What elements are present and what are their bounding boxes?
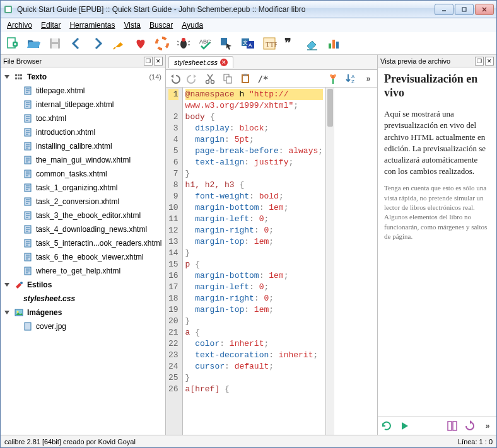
bug-icon[interactable] (176, 36, 191, 51)
file-item[interactable]: titlepage.xhtml (3, 84, 163, 98)
file-item[interactable]: installing_calibre.xhtml (3, 139, 163, 153)
file-browser-panel: File Browser ❐ ✕ Texto (14) titlepage.xh… (1, 55, 166, 435)
svg-rect-31 (329, 43, 331, 49)
svg-rect-34 (15, 74, 17, 76)
svg-point-100 (206, 80, 209, 83)
svg-rect-22 (221, 38, 227, 45)
menu-archivo[interactable]: Archivo (3, 20, 36, 31)
svg-text:TTF: TTF (266, 40, 277, 48)
svg-text:Z: Z (351, 79, 354, 84)
font-icon[interactable]: TTF (262, 36, 277, 51)
panel-close-button[interactable]: ✕ (154, 57, 163, 66)
spellcheck-icon[interactable]: ABC (197, 36, 213, 51)
svg-rect-38 (18, 78, 20, 79)
svg-rect-108 (243, 74, 247, 76)
file-item[interactable]: toc.xhtml (3, 112, 163, 125)
menu-buscar[interactable]: Buscar (146, 20, 177, 31)
redo-icon[interactable] (186, 72, 199, 85)
reload-icon[interactable] (464, 420, 476, 432)
preview-body: Aquí se mostrará una previsualización en… (384, 108, 490, 177)
file-item[interactable]: task_3_the_ebook_editor.xhtml (3, 209, 163, 222)
menu-herramientas[interactable]: Herramientas (66, 20, 119, 31)
refresh-icon[interactable] (380, 420, 393, 432)
file-item[interactable]: introduction.xhtml (3, 125, 163, 139)
preview-close-button[interactable]: ✕ (485, 57, 494, 66)
close-tab-icon[interactable]: ✕ (220, 59, 228, 66)
svg-rect-107 (243, 76, 248, 82)
panel-float-button[interactable]: ❐ (144, 57, 153, 66)
category-estilos[interactable]: Estilos (3, 278, 163, 292)
sort-icon[interactable]: AZ (344, 72, 357, 85)
file-item[interactable]: task_1_organizing.xhtml (3, 181, 163, 195)
file-cover[interactable]: cover.jpg (3, 319, 163, 333)
menubar: Archivo Editar Herramientas Vista Buscar… (1, 18, 496, 32)
editor-scrollbar[interactable] (325, 88, 334, 435)
status-right: Línea: 1 : 0 (458, 438, 493, 445)
undo-icon[interactable] (168, 72, 181, 85)
preview-title: Vista previa de archivo (380, 57, 450, 65)
copy-icon[interactable] (221, 72, 234, 85)
menu-editar[interactable]: Editar (37, 20, 64, 31)
split-icon[interactable] (446, 420, 459, 432)
cursor-select-icon[interactable] (219, 36, 234, 51)
file-stylesheet[interactable]: stylesheet.css (3, 292, 163, 306)
eraser-icon[interactable] (305, 36, 320, 51)
cut-icon[interactable] (204, 72, 216, 85)
heart-icon[interactable] (133, 36, 148, 51)
svg-rect-99 (25, 323, 31, 330)
flower-icon[interactable] (327, 72, 339, 85)
file-item[interactable]: internal_titlepage.xhtml (3, 98, 163, 112)
play-icon[interactable] (398, 420, 411, 432)
translate-icon[interactable]: 文A (240, 36, 255, 51)
svg-line-103 (208, 74, 212, 81)
menu-vista[interactable]: Vista (120, 20, 144, 31)
save-icon[interactable] (47, 36, 62, 51)
file-item[interactable]: task_6_the_ebook_viewer.xhtml (3, 250, 163, 264)
close-button[interactable] (475, 4, 494, 15)
minimize-button[interactable] (435, 4, 453, 15)
file-item[interactable]: common_tasks.xhtml (3, 167, 163, 181)
svg-rect-36 (20, 74, 22, 76)
maximize-button[interactable] (455, 4, 474, 15)
back-icon[interactable] (69, 36, 84, 51)
svg-point-111 (334, 74, 336, 77)
file-item[interactable]: where_to_get_help.xhtml (3, 264, 163, 278)
category-imagenes[interactable]: Imágenes (3, 306, 163, 319)
editor-tab[interactable]: stylesheet.css ✕ (168, 56, 233, 68)
svg-line-102 (208, 74, 213, 81)
comment-icon[interactable]: /* (257, 72, 269, 85)
svg-point-14 (156, 38, 168, 49)
file-tree[interactable]: Texto (14) titlepage.xhtmlinternal_title… (1, 67, 165, 435)
file-item[interactable]: task_4_downloading_news.xhtml (3, 222, 163, 236)
file-item[interactable]: task_5_interactin...ook_readers.xhtml (3, 236, 163, 250)
menu-ayuda[interactable]: Ayuda (178, 20, 207, 31)
svg-rect-115 (448, 422, 452, 430)
chart-icon[interactable] (326, 36, 341, 51)
preview-more-icon[interactable]: » (481, 420, 494, 432)
quotes-icon[interactable]: ❞ (283, 36, 298, 51)
file-item[interactable]: task_2_conversion.xhtml (3, 195, 163, 209)
pin-icon[interactable] (112, 36, 127, 51)
lifebuoy-icon[interactable] (155, 36, 170, 51)
forward-icon[interactable] (90, 36, 105, 51)
new-file-icon[interactable] (4, 36, 20, 51)
svg-rect-33 (336, 42, 339, 49)
svg-text:A: A (248, 42, 252, 48)
code-editor[interactable]: 1234567891011121314151617181920212223242… (166, 88, 377, 435)
category-texto[interactable]: Texto (14) (3, 70, 163, 84)
more-icon[interactable]: » (362, 72, 375, 85)
editor-toolbar: /* AZ » (166, 70, 377, 88)
file-item[interactable]: the_main_gui_window.xhtml (3, 153, 163, 167)
svg-rect-12 (52, 44, 58, 49)
statusbar: calibre 2.81 [64bit] creado por Kovid Go… (1, 435, 496, 447)
open-icon[interactable] (26, 36, 41, 51)
svg-rect-3 (462, 8, 466, 11)
svg-rect-39 (20, 78, 22, 79)
file-browser-title: File Browser (3, 57, 42, 65)
preview-float-button[interactable]: ❐ (475, 57, 484, 66)
status-left: calibre 2.81 [64bit] creado por Kovid Go… (4, 438, 136, 445)
preview-footer: » (378, 416, 496, 435)
svg-rect-105 (226, 77, 231, 83)
paste-icon[interactable] (239, 72, 252, 85)
svg-line-13 (114, 47, 115, 49)
